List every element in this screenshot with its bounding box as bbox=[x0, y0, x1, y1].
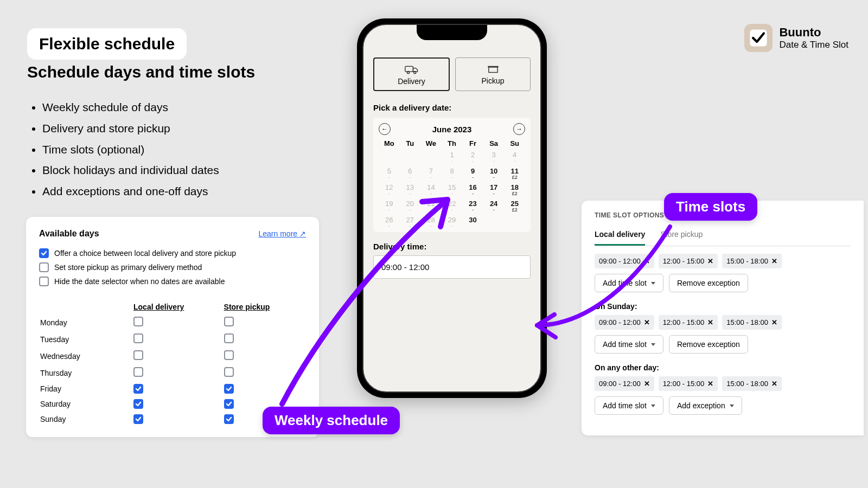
time-slot-chip[interactable]: 12:00 - 15:00✕ bbox=[659, 376, 718, 391]
callout-time-slots: Time slots bbox=[664, 193, 757, 221]
checkbox[interactable] bbox=[39, 277, 49, 286]
calendar-day: 12- bbox=[379, 183, 400, 196]
calendar-day: 4- bbox=[504, 151, 525, 164]
remove exception-button[interactable]: Remove exception bbox=[669, 274, 748, 292]
panel-title: Available days bbox=[39, 229, 99, 239]
calendar-day[interactable]: 17- bbox=[483, 183, 505, 196]
calendar-day: 8- bbox=[442, 167, 463, 180]
calendar-day[interactable]: 25£2 bbox=[504, 200, 525, 213]
close-icon[interactable]: ✕ bbox=[644, 257, 650, 265]
close-icon[interactable]: ✕ bbox=[771, 318, 777, 326]
calendar-day[interactable]: 16- bbox=[462, 183, 483, 196]
option-row[interactable]: Set store pickup as primary delivery met… bbox=[39, 262, 306, 272]
checkbox[interactable] bbox=[224, 333, 234, 343]
time-slot-chip[interactable]: 09:00 - 12:00✕ bbox=[595, 254, 654, 268]
close-icon[interactable]: ✕ bbox=[771, 380, 777, 388]
checkbox[interactable] bbox=[224, 317, 234, 326]
calendar-day: 28- bbox=[420, 216, 442, 229]
calendar-dow: Fr bbox=[462, 139, 483, 147]
calendar-day bbox=[379, 151, 400, 164]
calendar-day: 7- bbox=[420, 167, 442, 180]
slot-group-title: On any other day: bbox=[595, 363, 851, 372]
calendar-day[interactable]: 23- bbox=[462, 200, 483, 213]
checkbox[interactable] bbox=[133, 399, 143, 409]
calendar-day[interactable]: 11£2 bbox=[504, 167, 525, 180]
close-icon[interactable]: ✕ bbox=[644, 318, 650, 326]
time-slot-chip[interactable]: 15:00 - 18:00✕ bbox=[722, 315, 782, 330]
day-name: Friday bbox=[40, 382, 132, 396]
time-slot-chip[interactable]: 09:00 - 12:00✕ bbox=[595, 315, 654, 330]
calendar-day[interactable]: 9- bbox=[462, 167, 483, 180]
checkbox[interactable] bbox=[133, 350, 143, 360]
close-icon[interactable]: ✕ bbox=[644, 380, 650, 388]
checkbox[interactable] bbox=[133, 317, 143, 326]
close-icon[interactable]: ✕ bbox=[771, 257, 777, 265]
calendar-day: 14- bbox=[420, 183, 442, 196]
time-slot-chip[interactable]: 12:00 - 15:00✕ bbox=[659, 254, 718, 268]
external-link-icon: ↗ bbox=[299, 229, 306, 238]
calendar-day: 5- bbox=[379, 167, 400, 180]
time-slot-chip[interactable]: 12:00 - 15:00✕ bbox=[659, 315, 718, 330]
calendar-dow: Th bbox=[442, 139, 463, 147]
calendar-day bbox=[504, 216, 525, 229]
option-label: Set store pickup as primary delivery met… bbox=[54, 263, 202, 272]
checkbox[interactable] bbox=[133, 367, 143, 377]
checkbox[interactable] bbox=[133, 414, 143, 424]
close-icon[interactable]: ✕ bbox=[707, 257, 713, 265]
checkbox[interactable] bbox=[224, 350, 234, 360]
calendar-day: 3- bbox=[483, 151, 505, 164]
tab-store-pickup[interactable]: Store pickup bbox=[660, 226, 703, 246]
bullet: Delivery and store pickup bbox=[42, 119, 219, 139]
checkbox[interactable] bbox=[39, 262, 49, 272]
calendar-prev-button[interactable]: ← bbox=[379, 123, 391, 135]
checkbox[interactable] bbox=[224, 399, 234, 409]
calendar-dow: Mo bbox=[379, 139, 400, 147]
close-icon[interactable]: ✕ bbox=[707, 380, 713, 388]
calendar-day[interactable]: 24- bbox=[483, 200, 505, 213]
phone-notch bbox=[417, 25, 487, 40]
bullet: Weekly schedule of days bbox=[42, 98, 219, 118]
method-pickup-button[interactable]: Pickup bbox=[455, 57, 531, 91]
time-slot-chip[interactable]: 15:00 - 18:00✕ bbox=[722, 254, 782, 268]
callout-weekly-schedule: Weekly schedule bbox=[263, 407, 400, 434]
delivery-time-select[interactable]: 09:00 - 12:00 bbox=[373, 255, 531, 279]
day-row: Monday bbox=[40, 314, 305, 330]
checkbox[interactable] bbox=[224, 384, 234, 394]
remove exception-button[interactable]: Remove exception bbox=[669, 335, 748, 354]
svg-point-2 bbox=[407, 72, 409, 74]
calendar-day[interactable]: 10- bbox=[483, 167, 505, 180]
svg-rect-1 bbox=[405, 66, 413, 72]
day-name: Saturday bbox=[40, 397, 132, 411]
time-slot-chip[interactable]: 09:00 - 12:00✕ bbox=[595, 376, 654, 391]
option-row[interactable]: Offer a choice between local delivery an… bbox=[39, 248, 306, 258]
learn-more-link[interactable]: Learn more ↗ bbox=[259, 229, 306, 238]
column-local-delivery: Local delivery bbox=[133, 300, 223, 313]
calendar-day[interactable]: 30 bbox=[462, 216, 483, 229]
checkbox[interactable] bbox=[39, 248, 49, 258]
calendar-next-button[interactable]: → bbox=[513, 123, 525, 135]
calendar-day: 15- bbox=[442, 183, 463, 196]
bullet: Block holidays and individual dates bbox=[42, 160, 219, 181]
option-label: Hide the date selector when no dates are… bbox=[54, 277, 225, 286]
truck-icon bbox=[374, 64, 449, 75]
checkbox[interactable] bbox=[224, 367, 234, 377]
calendar-day: 21- bbox=[420, 200, 442, 213]
calendar-day[interactable]: 18£2 bbox=[504, 183, 525, 196]
close-icon[interactable]: ✕ bbox=[707, 318, 713, 326]
checkbox[interactable] bbox=[133, 384, 143, 394]
calendar-day: 1- bbox=[442, 151, 463, 164]
brand-name: Buunto bbox=[779, 25, 848, 40]
add time slot-button[interactable]: Add time slot bbox=[595, 335, 663, 354]
checkbox[interactable] bbox=[133, 333, 143, 343]
tab-local-delivery[interactable]: Local delivery bbox=[595, 226, 645, 246]
add time slot-button[interactable]: Add time slot bbox=[595, 274, 663, 292]
add time slot-button[interactable]: Add time slot bbox=[595, 396, 663, 415]
option-label: Offer a choice between local delivery an… bbox=[54, 249, 236, 258]
add exception-button[interactable]: Add exception bbox=[669, 396, 742, 415]
checkbox[interactable] bbox=[224, 414, 234, 424]
option-row[interactable]: Hide the date selector when no dates are… bbox=[39, 277, 306, 286]
time-slot-chip[interactable]: 15:00 - 18:00✕ bbox=[722, 376, 782, 391]
method-delivery-button[interactable]: Delivery bbox=[373, 57, 450, 91]
brand-tagline: Date & Time Slot bbox=[779, 40, 848, 50]
day-name: Monday bbox=[40, 314, 132, 330]
